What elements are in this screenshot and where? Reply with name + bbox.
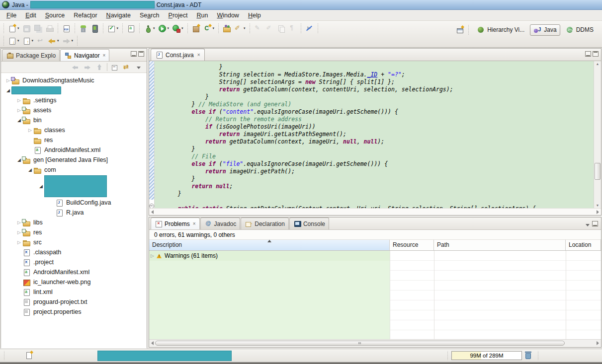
dropdown-arrow-icon[interactable]: ▾ (17, 39, 19, 43)
run-history-button[interactable]: ▾ (171, 23, 185, 34)
menu-window[interactable]: Window (212, 11, 243, 20)
link-with-editor-off-button[interactable] (304, 23, 315, 34)
scroll-left-icon[interactable] (151, 341, 154, 345)
expand-arrow-icon[interactable]: ◢ (38, 184, 44, 189)
tree-item-androidmanifest-xml[interactable]: AndroidManifest.xml (1, 267, 147, 277)
view-menu-icon[interactable] (584, 220, 590, 226)
garbage-collect-icon[interactable] (525, 352, 531, 359)
minimize-icon[interactable] (131, 51, 137, 57)
close-icon[interactable]: × (102, 53, 105, 58)
run-button[interactable]: ▾ (157, 23, 171, 34)
scroll-right-icon[interactable] (597, 341, 599, 345)
tree-item--settings[interactable]: ▷.settings (1, 95, 147, 105)
tree-item-androidmanifest-xml[interactable]: AndroidManifest.xml (1, 145, 147, 155)
new-java-project-button[interactable] (190, 23, 202, 34)
collapse-all-button[interactable] (109, 62, 121, 73)
maximize-icon[interactable] (593, 51, 599, 57)
view-menu-button[interactable] (133, 62, 145, 73)
android-sdk-manager-button[interactable] (78, 23, 89, 34)
android-virtual-device-manager-button[interactable] (89, 23, 100, 34)
tree-item-res[interactable]: ▷res (1, 227, 147, 237)
menu-navigate[interactable]: Navigate (102, 11, 135, 20)
dropdown-arrow-icon[interactable]: ▾ (72, 39, 74, 43)
dropdown-arrow-icon[interactable]: ▾ (153, 26, 155, 30)
menu-refactor[interactable]: Refactor (69, 11, 101, 20)
new-android-project-button[interactable] (125, 23, 137, 34)
perspective-java[interactable]: Java (530, 24, 560, 36)
tree-item-project-properties[interactable]: project.properties (1, 307, 147, 317)
open-perspective-button[interactable] (454, 24, 466, 35)
dropdown-arrow-icon[interactable]: ▾ (168, 26, 170, 30)
expand-arrow-icon[interactable]: ◢ (5, 88, 11, 93)
tree-item-src[interactable]: ▷src (1, 237, 147, 247)
scroll-down-icon[interactable]: ▼ (594, 204, 601, 207)
scroll-up-icon[interactable]: ▲ (594, 62, 601, 66)
perspective-ddms[interactable]: DDMS (562, 24, 597, 36)
menu-search[interactable]: Search (135, 11, 164, 20)
binary-doc-button[interactable] (61, 23, 72, 34)
tree-item-r-java[interactable]: R.java (1, 208, 147, 218)
tab-javadoc[interactable]: Javadoc (200, 218, 241, 229)
tree-item-redacted[interactable]: ◢ (1, 85, 147, 95)
open-resource-button[interactable] (221, 23, 233, 34)
tree-item--project[interactable]: .project (1, 257, 147, 267)
tab-problems[interactable]: Problems× (151, 218, 200, 229)
dropdown-arrow-icon[interactable]: ▾ (32, 39, 34, 43)
tab-const-java[interactable]: Const.java × (151, 49, 205, 61)
expand-arrow-icon[interactable]: ▷ (16, 98, 22, 103)
nav-back-button[interactable] (70, 62, 81, 73)
tree-item-libs[interactable]: ▷libs (1, 218, 147, 227)
tree-item-classes[interactable]: ▷classes (1, 125, 147, 135)
debug-button[interactable]: ▾ (142, 23, 157, 34)
dropdown-arrow-icon[interactable]: ▾ (244, 26, 246, 30)
minimize-icon[interactable] (585, 51, 591, 57)
menu-source[interactable]: Source (41, 11, 70, 20)
dropdown-arrow-icon[interactable]: ▾ (57, 39, 59, 43)
tree-item-bin[interactable]: ◢bin (1, 115, 147, 125)
menu-file[interactable]: File (2, 11, 21, 20)
search-highlight-button[interactable]: ▾ (233, 23, 247, 34)
problems-horizontal-scrollbar[interactable] (149, 339, 601, 347)
column-header-resource[interactable]: Resource (390, 240, 434, 250)
tree-item-proguard-project-txt[interactable]: proguard-project.txt (1, 297, 147, 307)
menu-project[interactable]: Project (164, 11, 192, 20)
new-class-button[interactable]: ▾ (202, 23, 216, 34)
checked-item-button[interactable]: ▾ (106, 23, 120, 34)
perspective-hierarchy-view[interactable]: Hierarchy Vi... (473, 24, 528, 36)
scrollbar-thumb[interactable] (595, 163, 601, 180)
tree-item-buildconfig-java[interactable]: BuildConfig.java (1, 198, 147, 208)
tree-item-assets[interactable]: ▷assets (1, 105, 147, 115)
expand-arrow-icon[interactable]: ▷ (27, 128, 33, 133)
tab-console[interactable]: Console (289, 218, 329, 229)
dropdown-arrow-icon[interactable]: ▾ (17, 26, 19, 30)
tab-declaration[interactable]: Declaration (241, 218, 289, 229)
last-edit-location-button[interactable] (35, 35, 46, 46)
tree-item--classpath[interactable]: .classpath (1, 247, 147, 257)
menu-help[interactable]: Help (244, 11, 265, 20)
editor-vertical-scrollbar[interactable]: ▲ ▼ (594, 61, 601, 208)
warnings-group-row[interactable]: ▷ Warnings (61 items) (149, 251, 390, 261)
close-icon[interactable]: × (193, 221, 196, 226)
tree-item-redacted[interactable]: ◢ (1, 175, 147, 198)
expand-arrow-icon[interactable]: ▷ (16, 240, 22, 245)
forward-button[interactable]: ▾ (61, 35, 75, 46)
dropdown-arrow-icon[interactable]: ▾ (213, 26, 215, 30)
scroll-left-icon[interactable] (151, 210, 154, 214)
nav-forward-button[interactable] (82, 62, 93, 73)
close-icon[interactable]: × (197, 52, 200, 58)
minimize-icon[interactable] (592, 221, 598, 226)
column-header-description[interactable]: Description (149, 240, 390, 250)
maximize-icon[interactable] (138, 51, 144, 57)
new-wizard-button[interactable]: ▾ (6, 23, 21, 34)
scroll-right-icon[interactable] (597, 210, 599, 214)
back-button[interactable]: ▾ (46, 35, 61, 46)
menu-run[interactable]: Run (192, 11, 212, 20)
dropdown-arrow-icon[interactable]: ▾ (117, 26, 119, 30)
code-highlight-region[interactable]: } String selection = MediaStore.Images.M… (155, 61, 594, 208)
tree-item-downloadsongtastemusic[interactable]: ▷DownloadSongtasteMusic (1, 75, 147, 85)
editor-horizontal-scrollbar[interactable] (149, 208, 601, 215)
tree-item-ic-launcher-web-png[interactable]: ic_launcher-web.png (1, 277, 147, 287)
column-header-path[interactable]: Path (434, 240, 566, 250)
tree-item-gen-generated-java-files-[interactable]: ◢gen [Generated Java Files] (1, 155, 147, 165)
tree-item-res[interactable]: res (1, 135, 147, 145)
